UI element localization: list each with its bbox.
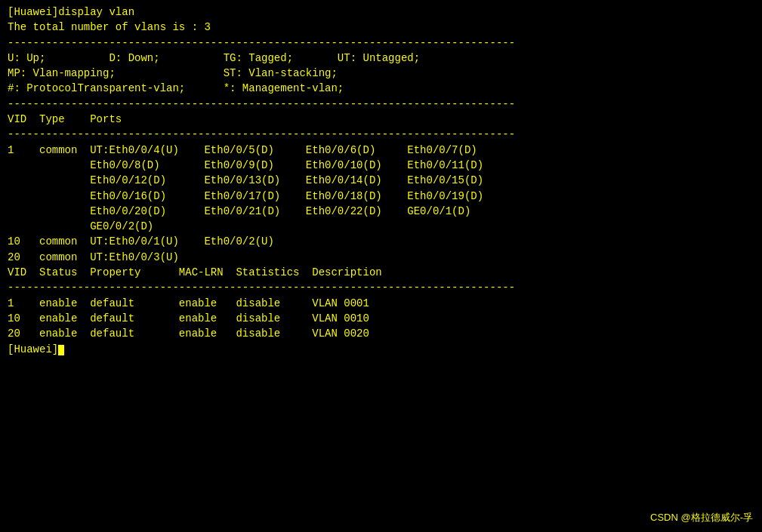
terminal-content: [Huawei]display vlanThe total number of … (8, 5, 754, 357)
terminal-line: 10 common UT:Eth0/0/1(U) Eth0/0/2(U) (8, 234, 754, 249)
terminal-line: 20 enable default enable disable VLAN 00… (8, 326, 754, 341)
terminal-line: VID Type Ports (8, 112, 754, 127)
terminal-line: MP: Vlan-mapping; ST: Vlan-stacking; (8, 66, 754, 81)
terminal-line: GE0/0/2(D) (8, 219, 754, 234)
terminal-line: 1 common UT:Eth0/0/4(U) Eth0/0/5(D) Eth0… (8, 143, 754, 158)
terminal-line: [Huawei] (8, 342, 754, 357)
cursor (58, 345, 64, 355)
terminal-line: Eth0/0/8(D) Eth0/0/9(D) Eth0/0/10(D) Eth… (8, 158, 754, 173)
terminal-line: ----------------------------------------… (8, 97, 754, 112)
terminal-window: [Huawei]display vlanThe total number of … (0, 0, 762, 532)
watermark: CSDN @格拉德威尔-孚 (650, 511, 753, 524)
terminal-line: 10 enable default enable disable VLAN 00… (8, 311, 754, 326)
terminal-line: ----------------------------------------… (8, 127, 754, 142)
terminal-line: [Huawei]display vlan (8, 5, 754, 20)
terminal-line: U: Up; D: Down; TG: Tagged; UT: Untagged… (8, 51, 754, 66)
terminal-line: ----------------------------------------… (8, 280, 754, 295)
terminal-line: Eth0/0/16(D) Eth0/0/17(D) Eth0/0/18(D) E… (8, 189, 754, 204)
terminal-line: The total number of vlans is : 3 (8, 20, 754, 35)
terminal-line: #: ProtocolTransparent-vlan; *: Manageme… (8, 81, 754, 96)
terminal-line: 1 enable default enable disable VLAN 000… (8, 296, 754, 311)
terminal-line: ----------------------------------------… (8, 35, 754, 51)
terminal-line: VID Status Property MAC-LRN Statistics D… (8, 265, 754, 280)
terminal-line: Eth0/0/20(D) Eth0/0/21(D) Eth0/0/22(D) G… (8, 204, 754, 219)
terminal-line: 20 common UT:Eth0/0/3(U) (8, 250, 754, 265)
terminal-line: Eth0/0/12(D) Eth0/0/13(D) Eth0/0/14(D) E… (8, 173, 754, 188)
